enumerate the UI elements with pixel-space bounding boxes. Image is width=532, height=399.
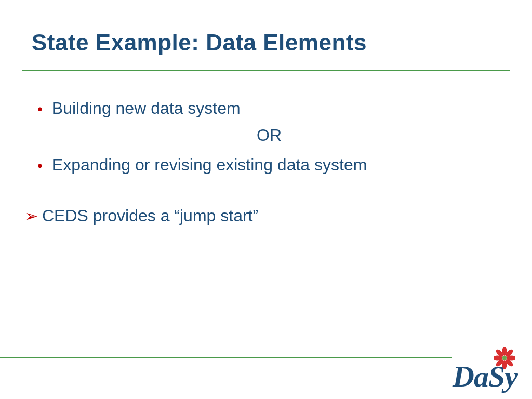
arrow-item: ➢ CEDS provides a “jump start” <box>25 204 501 228</box>
svg-point-8 <box>502 356 507 360</box>
flower-icon <box>494 347 515 369</box>
slide-title: State Example: Data Elements <box>32 30 500 56</box>
dasy-logo: DaSy <box>453 362 517 392</box>
bullet-item: • Building new data system <box>37 96 501 120</box>
divider-line <box>0 357 452 358</box>
bullet-text: Expanding or revising existing data syst… <box>52 153 367 177</box>
arrow-right-icon: ➢ <box>25 205 38 228</box>
arrow-text: CEDS provides a “jump start” <box>42 204 258 228</box>
bullet-dot-icon: • <box>37 155 43 176</box>
bullet-item: • Expanding or revising existing data sy… <box>37 153 501 177</box>
bullet-text: Building new data system <box>52 96 241 120</box>
bullet-dot-icon: • <box>37 99 43 119</box>
title-box: State Example: Data Elements <box>22 15 510 71</box>
or-separator: OR <box>37 123 501 147</box>
content-area: • Building new data system OR • Expandin… <box>37 96 501 228</box>
